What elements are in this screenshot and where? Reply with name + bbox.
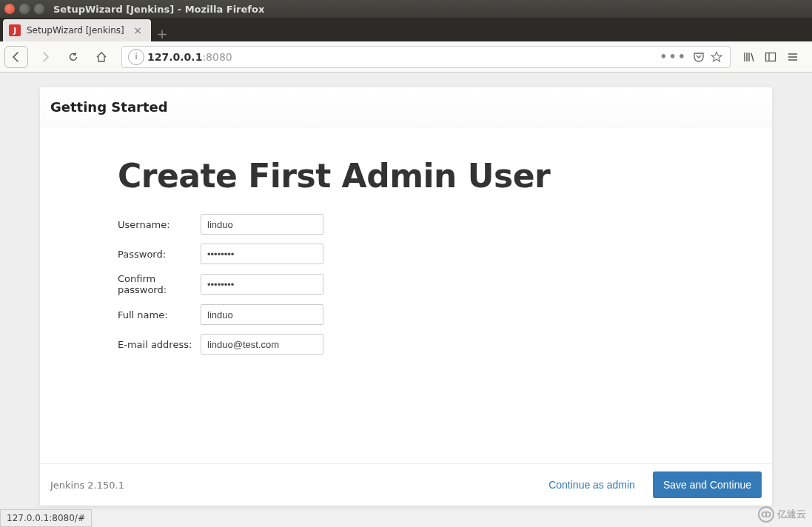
back-button[interactable]: [4, 46, 28, 68]
menu-icon[interactable]: [787, 51, 802, 63]
confirm-password-label: Confirm password:: [118, 273, 201, 295]
home-button[interactable]: [90, 46, 113, 68]
wizard-header: Getting Started: [40, 87, 772, 127]
svg-rect-0: [766, 53, 776, 61]
username-input[interactable]: [201, 214, 323, 235]
tab-bar: J SetupWizard [Jenkins] × +: [0, 18, 812, 41]
watermark: ↀ 亿速云: [758, 506, 806, 523]
watermark-text: 亿速云: [777, 508, 806, 521]
browser-toolbar: i 127.0.0.1:8080 •••: [0, 41, 812, 73]
form-row-password: Password:: [118, 244, 772, 264]
password-label: Password:: [118, 249, 201, 260]
wizard-title: Create First Admin User: [118, 157, 772, 195]
page-actions-icon[interactable]: •••: [660, 50, 687, 64]
setup-wizard: Getting Started Create First Admin User …: [40, 87, 772, 506]
email-label: E-mail address:: [118, 339, 201, 350]
page-content: Getting Started Create First Admin User …: [0, 73, 812, 509]
fullname-label: Full name:: [118, 309, 201, 320]
tab-close-icon[interactable]: ×: [130, 24, 145, 36]
form-row-fullname: Full name:: [118, 304, 772, 325]
window-maximize-button[interactable]: [34, 4, 44, 14]
browser-tab[interactable]: J SetupWizard [Jenkins] ×: [3, 19, 151, 41]
url-bar[interactable]: i 127.0.0.1:8080 •••: [121, 46, 731, 68]
forward-button[interactable]: [34, 46, 56, 68]
window-minimize-button[interactable]: [19, 4, 30, 14]
save-and-continue-button[interactable]: Save and Continue: [653, 471, 762, 498]
url-text: 127.0.0.1:8080: [147, 51, 655, 63]
wizard-body: Create First Admin User Username: Passwo…: [40, 127, 772, 463]
arrow-left-icon: [10, 51, 22, 63]
status-bar: 127.0.0.1:8080/#: [0, 509, 92, 527]
wizard-footer: Jenkins 2.150.1 Continue as admin Save a…: [40, 463, 772, 506]
form-row-email: E-mail address:: [118, 334, 772, 355]
status-text: 127.0.0.1:8080/#: [7, 513, 85, 523]
username-label: Username:: [118, 219, 201, 230]
password-input[interactable]: [201, 244, 323, 264]
tab-title: SetupWizard [Jenkins]: [27, 25, 124, 36]
new-tab-button[interactable]: +: [151, 26, 173, 41]
os-titlebar: SetupWizard [Jenkins] - Mozilla Firefox: [0, 0, 812, 18]
site-info-icon[interactable]: i: [128, 49, 144, 65]
home-icon: [95, 51, 107, 63]
continue-as-admin-button[interactable]: Continue as admin: [538, 473, 645, 497]
pocket-icon[interactable]: [693, 51, 705, 63]
arrow-right-icon: [39, 51, 51, 63]
watermark-icon: ↀ: [758, 506, 774, 523]
sidebar-icon[interactable]: [765, 51, 779, 63]
email-input[interactable]: [201, 334, 323, 355]
form-row-confirm: Confirm password:: [118, 273, 772, 295]
bookmark-star-icon[interactable]: [711, 51, 722, 63]
jenkins-favicon-icon: J: [9, 24, 21, 36]
window-title: SetupWizard [Jenkins] - Mozilla Firefox: [53, 4, 264, 15]
confirm-password-input[interactable]: [201, 274, 323, 295]
jenkins-version: Jenkins 2.150.1: [50, 480, 538, 491]
fullname-input[interactable]: [201, 304, 323, 325]
reload-button[interactable]: [62, 46, 84, 68]
form-row-username: Username:: [118, 214, 772, 235]
library-icon[interactable]: [742, 51, 757, 63]
reload-icon: [67, 51, 79, 63]
window-close-button[interactable]: [4, 4, 15, 14]
